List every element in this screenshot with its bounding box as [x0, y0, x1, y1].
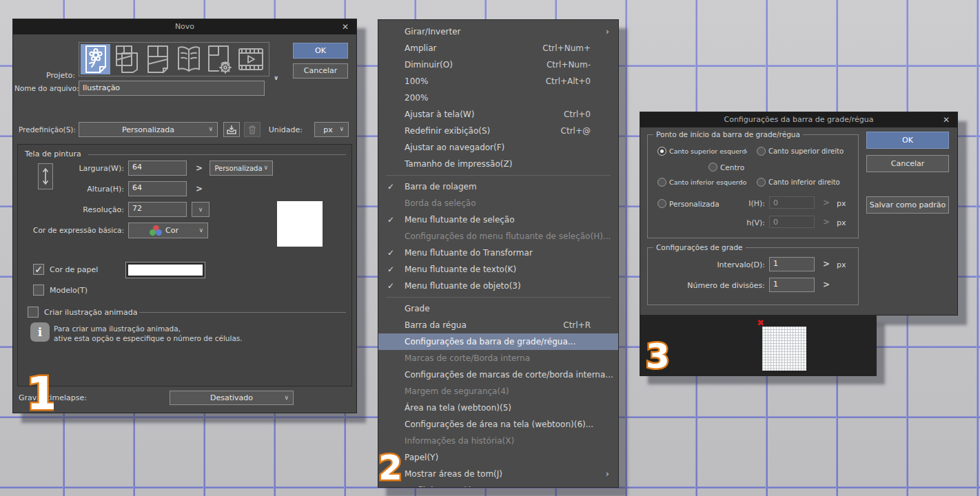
menu-item[interactable]: ✓Menu flutuante de seleção [378, 211, 618, 228]
animated-illustration-checkbox[interactable] [28, 307, 39, 318]
paper-color-swatch[interactable] [125, 262, 205, 278]
unit-dropdown-value: px [323, 125, 333, 134]
menu-item-label: Perfil de cores(I) [405, 482, 472, 488]
close-icon[interactable]: ✕ [340, 19, 351, 34]
timelapse-dropdown[interactable]: Desativado ∨ [170, 391, 294, 405]
menu-item-label: Informações da história(X) [405, 433, 514, 449]
menu-item[interactable]: Configurações de área na tela (webtoon)(… [378, 416, 618, 433]
height-input[interactable]: 64 [128, 181, 187, 196]
menu-item[interactable]: Papel(Y) [378, 449, 618, 466]
radio-center-label: Centro [720, 163, 744, 172]
resolution-input[interactable]: 72 [128, 202, 187, 217]
radio-top-right[interactable] [757, 147, 766, 156]
view-menu-list: Girar/Inverter›AmpliarCtrl+Num+Diminuir(… [378, 23, 618, 488]
chevron-down-icon: ∨ [198, 206, 203, 213]
unit-dropdown[interactable]: px ∨ [314, 122, 349, 137]
menu-item[interactable]: Perfil de cores(I)› [378, 482, 618, 488]
menu-item-label: 200% [405, 90, 428, 106]
menu-item-label: Barra de rolagem [405, 178, 477, 195]
radio-center[interactable] [708, 163, 717, 172]
menu-item[interactable]: 100%Ctrl+Alt+0 [378, 73, 618, 90]
origin-group-title: Ponto de início da barra de grade/régua [653, 130, 803, 138]
interval-input[interactable]: 1 [769, 257, 815, 271]
illustration-icon[interactable] [81, 44, 110, 74]
menu-item[interactable]: Ajustar à tela(W)Ctrl+0 [378, 106, 618, 123]
width-input[interactable]: 64 [128, 161, 187, 176]
menu-item[interactable]: ✓Menu flutuante de objeto(3) [378, 278, 618, 294]
menu-item-label: Papel(Y) [405, 449, 438, 466]
divisions-label: Número de divisões: [675, 281, 765, 290]
check-icon: ✓ [387, 261, 394, 278]
menu-item[interactable]: Grade [378, 300, 618, 317]
canvas-color-preview [277, 201, 323, 247]
save-preset-button[interactable] [223, 122, 240, 137]
preset-dropdown[interactable]: Personalizada ∨ [79, 122, 218, 137]
interval-stepper-icon[interactable]: > [823, 259, 830, 269]
comic-settings-icon[interactable] [205, 44, 234, 74]
grid-settings-group: Configurações de grade Intervalo(D): 1 >… [647, 247, 859, 305]
template-checkbox[interactable] [33, 285, 44, 296]
menu-item[interactable]: 200% [378, 90, 618, 106]
grid-dialog-title: Configurações da barra de grade/régua [724, 115, 873, 124]
paper-color-checkbox[interactable]: ✓ [33, 264, 44, 275]
menu-item[interactable]: AmpliarCtrl+Num+ [378, 40, 618, 56]
menu-item[interactable]: Tamanho de impressão(Z) [378, 156, 618, 172]
origin-v-input: 0 [769, 216, 815, 228]
chevron-down-icon: ∨ [263, 164, 268, 171]
paper-color-label: Cor de papel [50, 265, 98, 274]
save-as-default-button[interactable]: Salvar como padrão [866, 196, 949, 214]
chevron-down-icon: ∨ [208, 125, 213, 132]
swap-width-height-button[interactable] [38, 163, 53, 189]
menu-item[interactable]: ✓Barra de rolagem [378, 178, 618, 195]
menu-item-label: Diminuir(O) [405, 56, 453, 73]
width-stepper-icon[interactable]: > [196, 163, 203, 173]
menu-item[interactable]: Ajustar ao navegador(F) [378, 139, 618, 156]
menu-item[interactable]: Girar/Inverter› [378, 23, 618, 40]
grid-dialog-titlebar[interactable]: Configurações da barra de grade/régua ✕ [640, 112, 957, 127]
menu-item-label: Borda da seleção [405, 195, 476, 211]
info-icon: i [30, 322, 50, 342]
menu-item[interactable]: Configurações de marcas de corte/borda i… [378, 366, 618, 383]
book-icon[interactable] [174, 44, 203, 74]
menu-item[interactable]: Barra da réguaCtrl+R [378, 317, 618, 333]
origin-h-stepper-icon: > [823, 198, 830, 207]
animated-illustration-label: Criar ilustração animada [44, 308, 137, 317]
size-preset-dropdown[interactable]: Personalizada ∨ [210, 161, 273, 176]
close-icon[interactable]: ✕ [941, 112, 952, 127]
radio-top-left[interactable] [657, 147, 666, 156]
ok-button[interactable]: OK [866, 132, 949, 149]
menu-item[interactable]: Mostrar áreas de tom(J)› [378, 466, 618, 482]
menu-item[interactable]: Diminuir(O)Ctrl+Num- [378, 56, 618, 73]
menu-separator [386, 175, 611, 176]
animation-icon[interactable] [236, 44, 265, 74]
menu-item[interactable]: Configurações da barra de grade/régua... [378, 333, 618, 350]
expression-color-dropdown[interactable]: Cor ∨ [128, 223, 208, 238]
menu-separator [386, 297, 611, 298]
resolution-dropdown-button[interactable]: ∨ [192, 202, 210, 217]
radio-custom[interactable] [657, 199, 666, 208]
menu-item-label: Menu flutuante de texto(K) [405, 261, 516, 278]
chevron-down-icon: ∨ [339, 125, 344, 132]
desktop-background: Novo ✕ Projeto: ∨ OK Cancelar Nome do ar… [0, 0, 980, 496]
animated-hint-line1: Para criar uma ilustração animada, [54, 324, 181, 333]
comic-icon[interactable] [112, 44, 141, 74]
project-type-chevron-icon[interactable]: ∨ [274, 74, 278, 81]
menu-item[interactable]: Redefinir exibição(S)Ctrl+@ [378, 123, 618, 139]
menu-item[interactable]: ✓Menu flutuante de texto(K) [378, 261, 618, 278]
ok-button[interactable]: OK [293, 43, 348, 59]
height-stepper-icon[interactable]: > [196, 184, 203, 194]
menu-item[interactable]: Área na tela (webtoon)(5) [378, 400, 618, 416]
comic-page-icon[interactable] [143, 44, 172, 74]
divisions-stepper-icon[interactable]: > [823, 280, 830, 289]
cancel-button[interactable]: Cancelar [293, 63, 348, 79]
chevron-down-icon: ∨ [198, 227, 203, 234]
divisions-input[interactable]: 1 [769, 278, 815, 292]
unit-label: Unidade: [261, 125, 303, 134]
radio-bottom-right[interactable] [757, 178, 766, 187]
filename-input[interactable]: Ilustração [79, 81, 265, 96]
menu-item: Margem de segurança(4) [378, 383, 618, 400]
cancel-button[interactable]: Cancelar [866, 155, 949, 172]
new-dialog-titlebar[interactable]: Novo ✕ [13, 19, 356, 34]
radio-bottom-left[interactable] [657, 178, 666, 187]
menu-item[interactable]: ✓Menu flutuante do Transformar [378, 245, 618, 261]
